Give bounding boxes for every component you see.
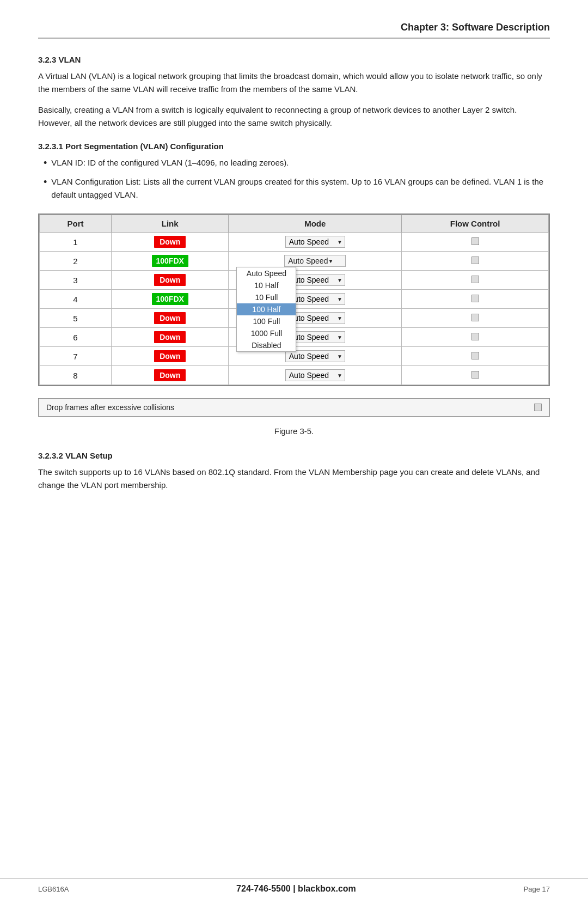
flow-checkbox[interactable] xyxy=(471,371,479,379)
footer-page: Page 17 xyxy=(524,885,550,893)
col-header-flow: Flow Control xyxy=(402,215,549,233)
port-link: 100FDX xyxy=(111,290,228,309)
port-flow xyxy=(402,233,549,252)
footer-model: LGB616A xyxy=(38,885,69,893)
table-row: 1 Down Auto Speed 10 Half 10 Full 100 Ha… xyxy=(40,233,549,252)
port-num: 1 xyxy=(40,233,112,252)
port-link: Down xyxy=(111,233,228,252)
vlan-setup-title: 3.2.3.2 VLAN Setup xyxy=(38,451,550,460)
bullet-vlan-id-text: VLAN ID: ID of the configured VLAN (1–40… xyxy=(51,156,289,169)
port-link: Down xyxy=(111,347,228,366)
port-flow xyxy=(402,271,549,290)
flow-checkbox[interactable] xyxy=(471,257,479,264)
vlan-section-title: 3.2.3 VLAN xyxy=(38,55,550,64)
port-flow xyxy=(402,290,549,309)
port-num: 5 xyxy=(40,309,112,328)
flow-checkbox[interactable] xyxy=(471,333,479,340)
col-header-mode: Mode xyxy=(229,215,402,233)
port-flow xyxy=(402,252,549,271)
flow-checkbox[interactable] xyxy=(471,276,479,283)
dropdown-current-value: Auto Speed xyxy=(288,257,328,265)
link-status-down: Down xyxy=(154,274,186,286)
mode-select-wrapper[interactable]: Auto Speed 10 Half 10 Full 100 Half 100 … xyxy=(285,236,345,248)
chevron-down-icon: ▼ xyxy=(328,258,333,264)
dropdown-option[interactable]: 1000 Full xyxy=(237,327,296,339)
mode-select[interactable]: Auto Speed10 Half10 Full 100 Half100 Ful… xyxy=(285,350,345,362)
vlan-setup-para: The switch supports up to 16 VLANs based… xyxy=(38,466,550,492)
port-flow xyxy=(402,309,549,328)
dropdown-option[interactable]: Auto Speed xyxy=(237,267,296,279)
col-header-link: Link xyxy=(111,215,228,233)
port-flow xyxy=(402,347,549,366)
flow-checkbox[interactable] xyxy=(471,314,479,321)
col-header-port: Port xyxy=(40,215,112,233)
bullet-dot-2: • xyxy=(44,175,47,189)
bullet-vlan-config-text: VLAN Configuration List: Lists all the c… xyxy=(51,175,550,202)
mode-dropdown-container[interactable]: Auto Speed ▼ Auto Speed 10 Half 10 Full … xyxy=(236,255,394,267)
port-num: 6 xyxy=(40,328,112,347)
port-num: 3 xyxy=(40,271,112,290)
mode-select[interactable]: Auto Speed 10 Half 10 Full 100 Half 100 … xyxy=(285,236,345,248)
port-seg-title: 3.2.3.1 Port Segmentation (VLAN) Configu… xyxy=(38,142,550,151)
link-status-down: Down xyxy=(154,312,186,324)
mode-select[interactable]: Auto Speed10 Half10 Full 100 Half100 Ful… xyxy=(285,369,345,381)
link-status-up: 100FDX xyxy=(152,255,188,267)
port-flow xyxy=(402,328,549,347)
port-num: 2 xyxy=(40,252,112,271)
dropdown-option[interactable]: 10 Half xyxy=(237,279,296,291)
port-link: Down xyxy=(111,271,228,290)
bullet-vlan-id: • VLAN ID: ID of the configured VLAN (1–… xyxy=(38,156,550,170)
table-row: 8 Down Auto Speed10 Half10 Full 100 Half… xyxy=(40,366,549,385)
link-status-up: 100FDX xyxy=(152,293,188,305)
dropdown-display[interactable]: Auto Speed ▼ xyxy=(284,255,346,267)
port-num: 4 xyxy=(40,290,112,309)
drop-frames-label: Drop frames after excessive collisions xyxy=(46,403,174,412)
dropdown-option[interactable]: 10 Full xyxy=(237,291,296,303)
footer-contact: 724-746-5500 | blackbox.com xyxy=(236,884,356,894)
table-header-row: Port Link Mode Flow Control xyxy=(40,215,549,233)
port-table-wrapper: Port Link Mode Flow Control 1 Down xyxy=(38,213,550,386)
dropdown-option-selected[interactable]: 100 Half xyxy=(237,303,296,315)
chapter-title: Chapter 3: Software Description xyxy=(401,22,550,33)
link-status-down: Down xyxy=(154,236,186,248)
bullet-dot-1: • xyxy=(44,156,47,170)
port-mode: Auto Speed 10 Half 10 Full 100 Half 100 … xyxy=(229,233,402,252)
port-mode-dropdown-open[interactable]: Auto Speed ▼ Auto Speed 10 Half 10 Full … xyxy=(229,252,402,271)
flow-checkbox[interactable] xyxy=(471,295,479,302)
bullet-vlan-config: • VLAN Configuration List: Lists all the… xyxy=(38,175,550,202)
link-status-down: Down xyxy=(154,369,186,381)
port-link: 100FDX xyxy=(111,252,228,271)
mode-select-wrapper[interactable]: Auto Speed10 Half10 Full 100 Half100 Ful… xyxy=(285,369,345,381)
link-status-down: Down xyxy=(154,350,186,362)
table-row: 2 100FDX Auto Speed ▼ Auto Speed xyxy=(40,252,549,271)
drop-frames-checkbox[interactable] xyxy=(534,404,542,411)
port-mode: Auto Speed10 Half10 Full 100 Half100 Ful… xyxy=(229,366,402,385)
chapter-header: Chapter 3: Software Description xyxy=(38,22,550,39)
port-link: Down xyxy=(111,328,228,347)
mode-select-wrapper[interactable]: Auto Speed10 Half10 Full 100 Half100 Ful… xyxy=(285,350,345,362)
port-link: Down xyxy=(111,366,228,385)
flow-checkbox[interactable] xyxy=(471,237,479,245)
figure-caption: Figure 3-5. xyxy=(38,426,550,436)
port-num: 7 xyxy=(40,347,112,366)
port-num: 8 xyxy=(40,366,112,385)
port-table: Port Link Mode Flow Control 1 Down xyxy=(39,215,549,385)
dropdown-option[interactable]: Disabled xyxy=(237,339,296,351)
port-flow xyxy=(402,366,549,385)
bottom-row: Drop frames after excessive collisions xyxy=(38,398,550,417)
flow-checkbox[interactable] xyxy=(471,352,479,359)
link-status-down: Down xyxy=(154,331,186,343)
port-link: Down xyxy=(111,309,228,328)
vlan-para1: A Virtual LAN (VLAN) is a logical networ… xyxy=(38,70,550,96)
vlan-para2: Basically, creating a VLAN from a switch… xyxy=(38,103,550,130)
dropdown-list[interactable]: Auto Speed 10 Half 10 Full 100 Half 100 … xyxy=(236,267,296,352)
page-footer: LGB616A 724-746-5500 | blackbox.com Page… xyxy=(0,878,588,894)
dropdown-option[interactable]: 100 Full xyxy=(237,315,296,327)
